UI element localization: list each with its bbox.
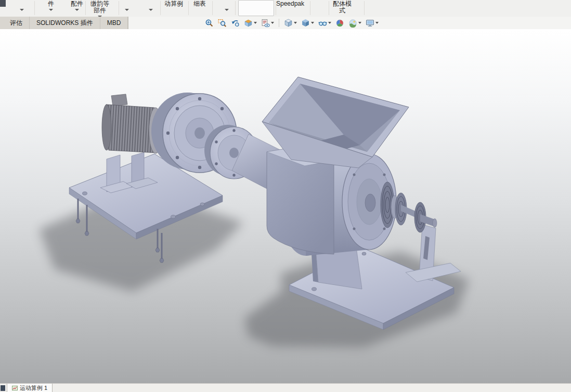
ribbon-item-label bbox=[20, 1, 24, 7]
hide-show-items-button[interactable] bbox=[317, 18, 332, 28]
previous-view-icon bbox=[231, 19, 240, 28]
dropdown-caret-icon bbox=[149, 9, 153, 11]
commandmanager-tab-row: 评估SOLIDWORKS 插件MBD bbox=[0, 17, 571, 29]
ribbon-item-8[interactable] bbox=[225, 1, 229, 11]
ribbon-separator bbox=[188, 1, 189, 15]
ribbon-separator bbox=[329, 1, 329, 15]
ribbon-item-label: 动算例 bbox=[164, 1, 183, 7]
annotation-view-icon bbox=[261, 19, 270, 28]
zoom-fit-icon bbox=[205, 19, 214, 28]
ribbon-item-label bbox=[125, 1, 129, 7]
tab-evaluate[interactable]: 评估 bbox=[3, 17, 30, 29]
ribbon-separator bbox=[364, 1, 365, 15]
annotation-view-button[interactable] bbox=[260, 18, 275, 28]
ribbon-item-1[interactable]: 件 bbox=[48, 1, 54, 11]
display-style-icon bbox=[301, 19, 310, 28]
dropdown-caret-icon bbox=[20, 9, 24, 11]
ribbon-item-6[interactable]: 动算例 bbox=[164, 1, 183, 7]
dropdown-caret-icon bbox=[125, 9, 129, 11]
viewport-3d[interactable] bbox=[0, 29, 571, 383]
ribbon-separator bbox=[212, 1, 213, 15]
ribbon-item-0[interactable] bbox=[20, 1, 24, 11]
crusher-assembly[interactable] bbox=[262, 77, 461, 330]
solidworks-window: 件配件缴韵等部件 动算例细表 Speedpak配体模式 评估SOLIDWORKS… bbox=[0, 0, 571, 392]
ribbon-item-7[interactable]: 细表 bbox=[193, 1, 206, 7]
motion-study-tab-label: 运动算例 1 bbox=[20, 384, 47, 392]
dropdown-caret-icon bbox=[294, 22, 297, 24]
ribbon-toolbar: 件配件缴韵等部件 动算例细表 Speedpak配体模式 bbox=[0, 0, 571, 17]
edit-appearance-icon bbox=[335, 19, 344, 28]
view-orientation-button[interactable] bbox=[283, 18, 298, 28]
dropdown-caret-icon bbox=[311, 22, 314, 24]
dropdown-caret-icon bbox=[271, 22, 274, 24]
previous-view-button[interactable] bbox=[230, 18, 241, 28]
tab-mbd[interactable]: MBD bbox=[100, 17, 128, 29]
dropdown-caret-icon bbox=[49, 9, 53, 11]
dropdown-caret-icon bbox=[375, 22, 379, 24]
ribbon-separator bbox=[34, 1, 35, 15]
model-tab-icon[interactable] bbox=[1, 385, 5, 391]
ribbon-item-label bbox=[225, 1, 229, 7]
view-settings-button[interactable] bbox=[365, 18, 380, 28]
tab-motion-study-1[interactable]: 运动算例 1 bbox=[7, 384, 53, 392]
hide-show-items-icon bbox=[318, 19, 327, 28]
display-style-button[interactable] bbox=[300, 18, 315, 28]
ribbon-item-label: 式 bbox=[333, 7, 352, 14]
model-canvas[interactable] bbox=[0, 29, 571, 383]
edit-appearance-button[interactable] bbox=[334, 18, 345, 28]
ribbon-item-label: 件 bbox=[48, 1, 54, 7]
status-bar: 运动算例 1 bbox=[0, 383, 571, 392]
active-ribbon-button[interactable] bbox=[238, 0, 274, 16]
view-settings-icon bbox=[366, 19, 374, 28]
ribbon-separator bbox=[160, 1, 161, 15]
ribbon-separator bbox=[235, 1, 236, 15]
toolbar-separator bbox=[279, 19, 279, 27]
ribbon-item-label: 部件 bbox=[90, 7, 109, 14]
apply-scene-button[interactable] bbox=[347, 18, 362, 28]
ribbon-item-label bbox=[149, 1, 153, 7]
apply-scene-icon bbox=[348, 19, 357, 28]
ribbon-cut-icon bbox=[0, 0, 6, 7]
ribbon-item-label: 配件 bbox=[71, 1, 83, 7]
ribbon-item-label: 细表 bbox=[193, 1, 206, 7]
zoom-fit-button[interactable] bbox=[204, 18, 215, 28]
dropdown-caret-icon bbox=[225, 9, 229, 11]
view-orientation-icon bbox=[284, 19, 293, 28]
zoom-area-button[interactable] bbox=[217, 18, 228, 28]
bearing-stand[interactable] bbox=[406, 225, 461, 282]
section-view-icon bbox=[244, 19, 253, 28]
ribbon-item-5[interactable] bbox=[149, 1, 153, 11]
headsup-view-toolbar bbox=[204, 17, 380, 29]
ribbon-separator bbox=[276, 1, 276, 15]
ribbon-separator bbox=[85, 1, 86, 15]
dropdown-caret-icon bbox=[75, 9, 79, 11]
dropdown-caret-icon bbox=[358, 22, 361, 24]
dropdown-caret-icon bbox=[254, 22, 257, 24]
ribbon-separator bbox=[119, 1, 119, 15]
ribbon-item-9[interactable]: Speedpak bbox=[276, 1, 304, 7]
ribbon-separator bbox=[310, 1, 310, 15]
commandmanager-tabs: 评估SOLIDWORKS 插件MBD bbox=[0, 17, 128, 30]
ribbon-item-3[interactable]: 缴韵等部件 bbox=[90, 1, 109, 18]
ribbon-item-10[interactable]: 配体模式 bbox=[333, 1, 352, 14]
dropdown-caret-icon bbox=[328, 22, 331, 24]
tab-solidworks-addins[interactable]: SOLIDWORKS 插件 bbox=[30, 17, 100, 29]
ribbon-item-2[interactable]: 配件 bbox=[71, 1, 83, 11]
section-view-button[interactable] bbox=[243, 18, 258, 28]
zoom-area-icon bbox=[218, 19, 227, 28]
ribbon-item-label: Speedpak bbox=[276, 1, 304, 7]
ribbon-item-4[interactable] bbox=[125, 1, 129, 11]
motion-study-icon bbox=[12, 385, 18, 391]
